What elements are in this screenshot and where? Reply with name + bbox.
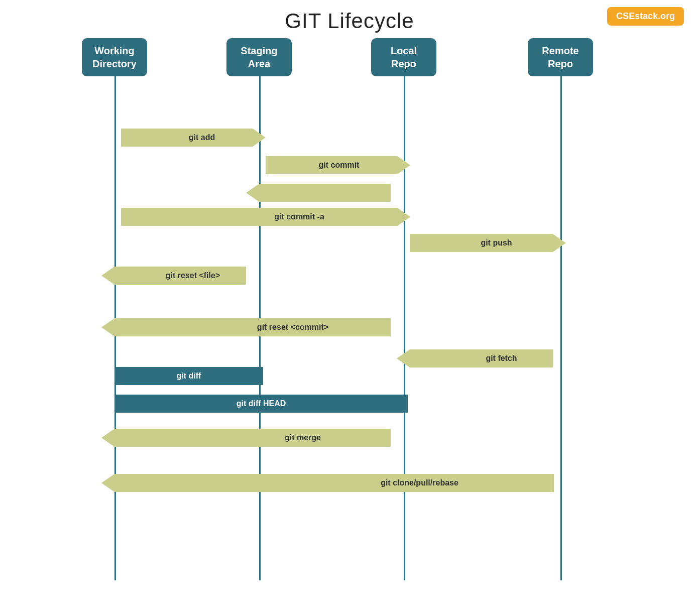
- arrow-git-add: git add: [121, 129, 253, 147]
- label-git-diff-head: git diff HEAD: [237, 399, 286, 408]
- col-line-remote: [560, 68, 562, 580]
- arrow-git-reset-file: git reset <file>: [114, 267, 246, 285]
- arrow-return-staging: [259, 184, 391, 202]
- teal-bar-git-diff-head: git diff HEAD: [114, 395, 408, 413]
- arrow-git-merge: git merge: [114, 429, 391, 447]
- teal-bar-git-diff: git diff: [114, 367, 263, 385]
- col-header-working: WorkingDirectory: [82, 38, 147, 76]
- arrow-git-commit-a: git commit -a: [121, 208, 397, 226]
- arrow-label-git-push: git push: [450, 238, 512, 248]
- arrow-git-clone: git clone/pull/rebase: [114, 474, 554, 492]
- arrow-git-reset-commit: git reset <commit>: [114, 318, 391, 336]
- csestack-badge[interactable]: CSEstack.org: [607, 7, 684, 26]
- page-title: GIT Lifecycle: [0, 0, 699, 38]
- col-line-local: [404, 68, 405, 580]
- arrow-label-git-clone: git clone/pull/rebase: [210, 478, 458, 487]
- col-header-local: LocalRepo: [371, 38, 436, 76]
- arrow-label-git-reset-commit: git reset <commit>: [177, 323, 328, 332]
- arrow-git-fetch: git fetch: [410, 349, 553, 367]
- arrow-label-git-fetch: git fetch: [445, 354, 517, 363]
- arrow-git-commit: git commit: [266, 156, 397, 174]
- arrow-label-git-commit: git commit: [304, 161, 360, 170]
- arrow-git-push: git push: [410, 234, 553, 252]
- arrow-label-git-add: git add: [159, 133, 215, 142]
- col-header-remote: RemoteRepo: [528, 38, 593, 76]
- arrow-label-git-merge: git merge: [184, 433, 321, 442]
- diagram: WorkingDirectory StagingArea LocalRepo R…: [48, 38, 651, 590]
- arrow-label-git-commit-a: git commit -a: [194, 212, 324, 221]
- arrow-label-git-reset-file: git reset <file>: [141, 271, 220, 280]
- col-header-staging: StagingArea: [226, 38, 292, 76]
- label-git-diff: git diff: [177, 372, 201, 381]
